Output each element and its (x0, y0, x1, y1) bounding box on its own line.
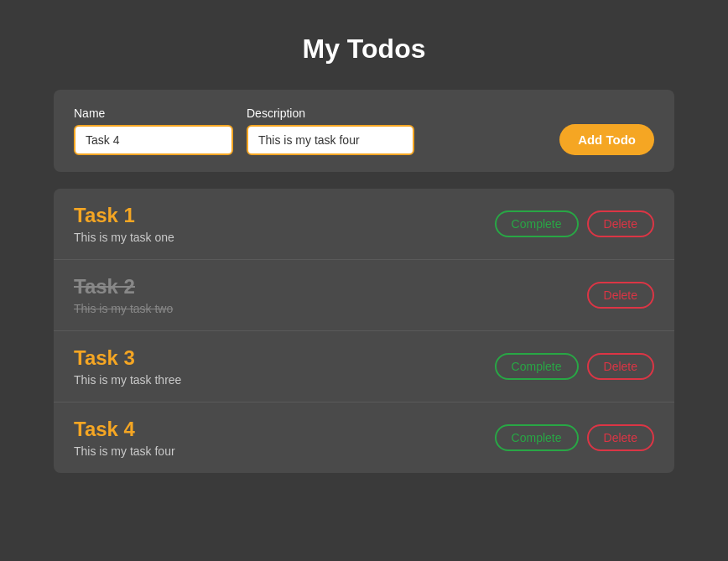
description-label: Description (247, 106, 414, 120)
todo-item: Task 4This is my task fourCompleteDelete (54, 403, 674, 473)
todo-content: Task 3This is my task three (74, 346, 181, 387)
todo-description: This is my task three (74, 373, 181, 387)
todo-actions: Delete (587, 282, 654, 309)
description-input[interactable] (247, 125, 414, 155)
todos-list: Task 1This is my task oneCompleteDeleteT… (54, 189, 674, 473)
name-form-group: Name (74, 106, 233, 155)
todo-content: Task 1This is my task one (74, 204, 174, 244)
todo-item: Task 2This is my task twoDelete (54, 260, 674, 331)
todo-title: Task 2 (74, 275, 173, 299)
todo-description: This is my task four (74, 444, 175, 458)
delete-button[interactable]: Delete (587, 210, 654, 237)
main-container: Name Description Add Todo Task 1This is … (54, 90, 674, 473)
todo-description: This is my task two (74, 302, 173, 315)
todo-actions: CompleteDelete (495, 424, 654, 451)
todo-description: This is my task one (74, 231, 174, 244)
name-input[interactable] (74, 125, 233, 155)
complete-button[interactable]: Complete (495, 424, 579, 451)
todo-title: Task 1 (74, 204, 174, 227)
todo-actions: CompleteDelete (495, 353, 654, 380)
todo-content: Task 2This is my task two (74, 275, 173, 315)
complete-button[interactable]: Complete (495, 353, 579, 380)
page-title: My Todos (303, 34, 426, 65)
delete-button[interactable]: Delete (587, 282, 654, 309)
todo-item: Task 1This is my task oneCompleteDelete (54, 189, 674, 260)
todo-item: Task 3This is my task threeCompleteDelet… (54, 331, 674, 403)
todo-actions: CompleteDelete (495, 210, 654, 237)
complete-button[interactable]: Complete (495, 210, 579, 237)
add-todo-button[interactable]: Add Todo (559, 124, 654, 155)
todo-title: Task 3 (74, 346, 181, 370)
delete-button[interactable]: Delete (587, 353, 654, 380)
description-form-group: Description (247, 106, 414, 155)
add-form: Name Description Add Todo (54, 90, 674, 172)
name-label: Name (74, 106, 233, 120)
delete-button[interactable]: Delete (587, 424, 654, 451)
todo-content: Task 4This is my task four (74, 418, 175, 458)
todo-title: Task 4 (74, 418, 175, 441)
